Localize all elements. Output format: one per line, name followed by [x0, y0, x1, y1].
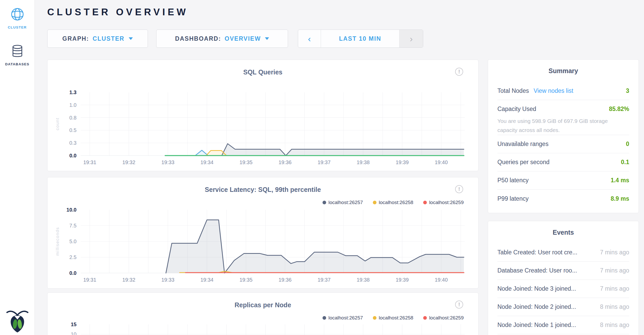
svg-text:19:31: 19:31 [83, 277, 96, 283]
legend-label: localhost:26259 [429, 315, 464, 321]
svg-text:count: count [55, 117, 60, 130]
summary-row-label: Unavailable ranges [497, 141, 549, 148]
summary-row-label: Capacity Used [497, 106, 536, 113]
legend-label: localhost:26258 [379, 315, 413, 321]
capacity-used-subtext: You are using 598.9 GiB of 697.9 GiB sto… [497, 117, 629, 135]
svg-text:0.0: 0.0 [69, 270, 77, 276]
dashboard-dropdown-value: OVERVIEW [225, 35, 261, 42]
svg-text:19:37: 19:37 [318, 159, 331, 165]
info-icon[interactable]: ! [455, 185, 463, 193]
event-text: Node Joined: Node 1 joined... [497, 322, 576, 329]
dashboard-dropdown[interactable]: DASHBOARD: OVERVIEW [156, 30, 288, 48]
sidebar-item-label: CLUSTER [0, 25, 35, 29]
summary-row-label: Queries per second [497, 159, 550, 166]
events-panel: Events Table Created: User root cre... 7… [488, 221, 639, 335]
service-latency-chart-card: Service Latency: SQL, 99th percentile ! … [47, 177, 478, 289]
view-nodes-list-link[interactable]: View nodes list [533, 87, 573, 94]
svg-text:19:35: 19:35 [239, 159, 252, 165]
chart-legend: localhost:26257localhost:26258localhost:… [323, 200, 464, 205]
summary-row-queries-per-second: Queries per second 0.1 [497, 153, 629, 171]
svg-text:1.0: 1.0 [69, 102, 77, 108]
svg-text:milliseconds: milliseconds [55, 227, 60, 256]
summary-row-value: 8.9 ms [611, 195, 629, 202]
chart-title: Replicas per Node [47, 301, 478, 309]
time-prev-button[interactable]: ‹ [298, 30, 321, 47]
legend-label: localhost:26257 [328, 200, 363, 205]
event-row: Table Created: User root cre... 7 mins a… [497, 243, 629, 262]
summary-row-value: 3 [626, 87, 629, 94]
sidebar-item-cluster[interactable]: CLUSTER [0, 7, 35, 29]
svg-text:19:36: 19:36 [278, 159, 291, 165]
summary-row-capacity-used: Capacity Used 85.82% You are using 598.9… [497, 100, 629, 135]
legend-item[interactable]: localhost:26257 [323, 315, 363, 321]
legend-item[interactable]: localhost:26258 [373, 200, 413, 205]
legend-label: localhost:26259 [429, 200, 464, 205]
summary-row-label: P50 latency [497, 177, 529, 184]
legend-dot-icon [373, 316, 376, 320]
svg-text:19:37: 19:37 [318, 277, 331, 283]
legend-dot-icon [373, 201, 376, 204]
event-row: Node Joined: Node 2 joined... 8 mins ago [497, 298, 629, 316]
svg-text:5.0: 5.0 [69, 239, 77, 244]
sidebar-item-databases[interactable]: DATABASES [0, 44, 35, 66]
cockroach-logo [4, 306, 30, 333]
legend-item[interactable]: localhost:26257 [323, 200, 363, 205]
graph-dropdown-value: CLUSTER [93, 35, 125, 42]
chart-legend: localhost:26257localhost:26258localhost:… [323, 315, 464, 321]
svg-text:0.3: 0.3 [69, 140, 77, 146]
event-text: Node Joined: Node 2 joined... [497, 303, 576, 310]
time-range-label[interactable]: LAST 10 MIN [321, 30, 399, 47]
cockroach-bug-icon [4, 306, 30, 333]
summary-row-label: Total Nodes [497, 87, 529, 94]
svg-text:19:39: 19:39 [396, 159, 409, 165]
svg-text:19:40: 19:40 [435, 159, 448, 165]
time-range-selector: ‹ LAST 10 MIN › [298, 30, 423, 48]
chart-title: SQL Queries [47, 68, 478, 76]
svg-text:1.3: 1.3 [69, 89, 77, 95]
info-icon[interactable]: ! [455, 301, 463, 309]
legend-item[interactable]: localhost:26258 [373, 315, 413, 321]
legend-item[interactable]: localhost:26259 [423, 200, 464, 205]
svg-text:19:38: 19:38 [357, 277, 369, 283]
event-time: 7 mins ago [600, 249, 629, 256]
chart-title: Service Latency: SQL, 99th percentile [47, 186, 478, 193]
database-icon [10, 44, 24, 59]
event-text: Table Created: User root cre... [497, 249, 577, 256]
legend-item[interactable]: localhost:26259 [423, 315, 464, 321]
summary-row-p99-latency: P99 latency 8.9 ms [497, 190, 629, 208]
info-icon[interactable]: ! [455, 68, 463, 76]
svg-text:19:40: 19:40 [435, 277, 448, 283]
legend-dot-icon [423, 316, 427, 320]
sql-queries-chart-card: SQL Queries ! 0.00.30.50.81.01.319:3119:… [47, 60, 478, 171]
event-time: 8 mins ago [600, 322, 629, 329]
summary-row-value: 1.4 ms [611, 177, 629, 184]
svg-text:10: 10 [71, 331, 77, 335]
svg-text:19:35: 19:35 [239, 277, 252, 283]
legend-dot-icon [323, 316, 326, 320]
replicas-per-node-chart-card: Replicas per Node ! localhost:26257local… [47, 292, 478, 335]
summary-title: Summary [488, 60, 639, 82]
svg-text:7.5: 7.5 [69, 223, 77, 228]
summary-row-value: 0 [626, 141, 629, 148]
svg-text:0.0: 0.0 [69, 153, 77, 158]
legend-dot-icon [323, 201, 326, 204]
event-row: Node Joined: Node 3 joined... 7 mins ago [497, 280, 629, 298]
event-text: Database Created: User roo... [497, 267, 577, 274]
event-time: 7 mins ago [600, 267, 629, 274]
summary-row-value: 85.82% [609, 106, 629, 113]
globe-icon [10, 7, 25, 22]
legend-label: localhost:26257 [328, 315, 363, 321]
graph-dropdown[interactable]: GRAPH: CLUSTER [47, 30, 148, 48]
summary-row-label: P99 latency [497, 195, 529, 202]
time-next-button[interactable]: › [399, 30, 423, 47]
svg-text:2.5: 2.5 [69, 254, 77, 260]
service-latency-plot: 0.02.55.07.510.019:3119:3219:3319:3419:3… [47, 177, 479, 289]
sidebar-item-label: DATABASES [0, 62, 35, 66]
page-title: CLUSTER OVERVIEW [47, 7, 188, 18]
event-row: Node Joined: Node 1 joined... 8 mins ago [497, 316, 629, 334]
svg-text:19:32: 19:32 [122, 277, 135, 283]
chevron-down-icon [129, 37, 133, 40]
summary-row-p50-latency: P50 latency 1.4 ms [497, 171, 629, 190]
dashboard-dropdown-label: DASHBOARD: [175, 35, 221, 42]
summary-row-unavailable-ranges: Unavailable ranges 0 [497, 135, 629, 153]
